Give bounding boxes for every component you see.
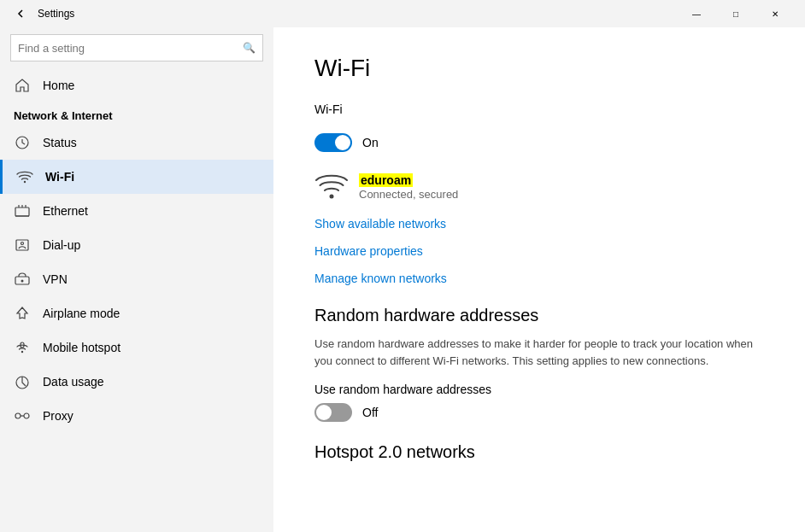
hotspot-section-title: Hotspot 2.0 networks xyxy=(314,442,764,462)
window-controls: — □ ✕ xyxy=(677,0,795,27)
show-networks-link[interactable]: Show available networks xyxy=(314,217,764,231)
dialup-icon xyxy=(14,237,31,254)
sidebar-item-vpn-label: VPN xyxy=(43,272,68,286)
random-hw-desc: Use random hardware addresses to make it… xyxy=(314,336,764,369)
titlebar: Settings — □ ✕ xyxy=(0,0,805,27)
manage-networks-link[interactable]: Manage known networks xyxy=(314,272,764,285)
sidebar-item-home[interactable]: Home xyxy=(0,68,273,102)
svg-point-15 xyxy=(24,413,29,418)
vpn-icon xyxy=(14,271,31,288)
sidebar-item-dialup-label: Dial-up xyxy=(43,238,80,252)
sidebar-category: Network & Internet xyxy=(0,102,273,126)
sidebar-item-hotspot-label: Mobile hotspot xyxy=(43,341,120,354)
search-input[interactable] xyxy=(18,42,243,55)
wifi-toggle-label: Wi-Fi xyxy=(314,102,343,116)
svg-point-14 xyxy=(15,413,21,418)
sidebar-item-wifi[interactable]: Wi-Fi xyxy=(0,160,273,194)
app-title: Settings xyxy=(38,8,677,20)
home-icon xyxy=(14,77,31,94)
random-hw-toggle-row: Off xyxy=(314,403,764,422)
sidebar-item-status[interactable]: Status xyxy=(0,126,273,160)
random-hw-toggle[interactable] xyxy=(314,403,352,422)
ethernet-icon xyxy=(14,202,31,219)
svg-point-17 xyxy=(330,195,334,199)
close-button[interactable]: ✕ xyxy=(755,0,795,27)
wifi-toggle-state: On xyxy=(362,136,379,149)
datausage-icon xyxy=(14,373,31,390)
sidebar-item-status-label: Status xyxy=(43,136,77,149)
wifi-toggle-row: Wi-Fi xyxy=(314,102,764,116)
sidebar-item-datausage-label: Data usage xyxy=(43,375,104,389)
svg-point-8 xyxy=(21,243,24,245)
svg-point-11 xyxy=(21,351,23,353)
back-button[interactable] xyxy=(10,3,31,24)
hotspot-icon xyxy=(14,339,31,356)
random-hw-toggle-state: Off xyxy=(362,406,378,419)
page-title: Wi-Fi xyxy=(314,55,764,82)
sidebar-item-ethernet[interactable]: Ethernet xyxy=(0,194,273,228)
network-name: eduroam xyxy=(359,173,413,187)
sidebar-item-hotspot[interactable]: Mobile hotspot xyxy=(0,330,273,365)
sidebar-item-datausage[interactable]: Data usage xyxy=(0,365,273,399)
svg-point-10 xyxy=(21,280,24,283)
network-details: eduroam Connected, secured xyxy=(359,172,458,201)
search-icon: 🔍 xyxy=(243,42,256,54)
network-info: eduroam Connected, secured xyxy=(314,169,764,203)
sidebar-item-ethernet-label: Ethernet xyxy=(43,204,88,218)
main-layout: 🔍 Home Network & Internet Status xyxy=(0,27,805,532)
minimize-button[interactable]: — xyxy=(677,0,716,27)
wifi-toggle[interactable] xyxy=(314,133,352,152)
network-wifi-icon xyxy=(314,169,349,203)
random-hw-section-title: Random hardware addresses xyxy=(314,306,764,325)
hardware-properties-link[interactable]: Hardware properties xyxy=(314,244,764,258)
search-box[interactable]: 🔍 xyxy=(10,34,263,61)
sidebar-item-proxy-label: Proxy xyxy=(43,409,73,423)
sidebar-item-home-label: Home xyxy=(43,79,74,92)
sidebar-item-airplane[interactable]: Airplane mode xyxy=(0,296,273,330)
wifi-icon xyxy=(16,168,33,185)
proxy-icon xyxy=(14,407,31,424)
svg-point-1 xyxy=(24,181,26,183)
random-hw-toggle-label: Use random hardware addresses xyxy=(314,383,764,396)
random-hw-toggle-thumb xyxy=(316,405,332,420)
sidebar-item-wifi-label: Wi-Fi xyxy=(45,170,74,184)
sidebar-item-vpn[interactable]: VPN xyxy=(0,262,273,296)
airplane-icon xyxy=(14,305,31,322)
wifi-toggle-thumb xyxy=(335,135,350,150)
content-area: Wi-Fi Wi-Fi On eduroam Connec xyxy=(273,27,805,532)
network-status: Connected, secured xyxy=(359,188,458,201)
sidebar-item-airplane-label: Airplane mode xyxy=(43,307,120,320)
sidebar-item-dialup[interactable]: Dial-up xyxy=(0,228,273,262)
maximize-button[interactable]: □ xyxy=(716,0,755,27)
sidebar: 🔍 Home Network & Internet Status xyxy=(0,27,273,532)
svg-rect-2 xyxy=(15,208,29,216)
sidebar-item-proxy[interactable]: Proxy xyxy=(0,399,273,433)
wifi-toggle-control: On xyxy=(314,133,764,152)
status-icon xyxy=(14,134,31,151)
